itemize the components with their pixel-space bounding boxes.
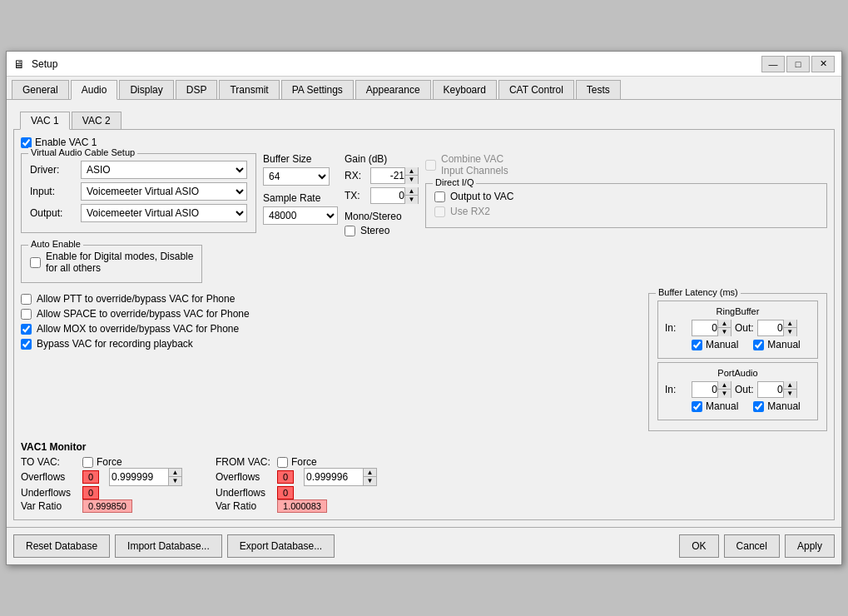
from-vac-var-ratio-row: Var Ratio 1.000083: [216, 499, 377, 513]
tab-appearance[interactable]: Appearance: [355, 80, 431, 99]
pa-in-down[interactable]: ▼: [717, 390, 731, 398]
pa-in-btns: ▲ ▼: [717, 381, 731, 398]
from-vac-ratio-spinner[interactable]: ▲ ▼: [304, 468, 377, 486]
sample-rate-select[interactable]: 48000: [263, 206, 338, 225]
force-to-vac-checkbox[interactable]: [82, 457, 93, 468]
from-vac-underflows-label: Underflows: [216, 487, 274, 499]
force-to-vac-label: Force: [97, 456, 122, 468]
tab-dsp[interactable]: DSP: [176, 80, 218, 99]
tx-spinner-btns: ▲ ▼: [404, 187, 418, 204]
output-select[interactable]: Voicemeeter Virtual ASIO: [81, 204, 247, 222]
allow-mox-row: Allow MOX to override/bypass VAC for Pho…: [21, 323, 642, 335]
to-vac-ratio-down[interactable]: ▼: [168, 477, 181, 485]
pa-in-up[interactable]: ▲: [717, 381, 731, 390]
driver-select[interactable]: ASIO: [81, 161, 247, 179]
output-label: Output:: [30, 207, 76, 219]
tab-audio[interactable]: Audio: [71, 80, 118, 100]
ring-out-manual-checkbox[interactable]: [753, 340, 764, 350]
tab-tests[interactable]: Tests: [576, 80, 621, 99]
buffer-section: Buffer Size 64 Sample Rate 48000: [263, 153, 338, 240]
tab-keyboard[interactable]: Keyboard: [433, 80, 497, 99]
output-to-vac-checkbox[interactable]: [434, 191, 445, 202]
ring-out-input[interactable]: [758, 320, 783, 335]
stereo-checkbox[interactable]: [345, 226, 355, 236]
tx-up-btn[interactable]: ▲: [404, 187, 418, 196]
pa-out-down[interactable]: ▼: [783, 390, 796, 398]
cancel-button[interactable]: Cancel: [724, 534, 780, 558]
rx-down-btn[interactable]: ▼: [404, 176, 418, 184]
to-vac-ratio-btns: ▲ ▼: [168, 469, 181, 485]
to-vac-underflows-value: 0: [82, 486, 99, 499]
sub-tab-vac1[interactable]: VAC 1: [20, 112, 70, 130]
input-select[interactable]: Voicemeeter Virtual ASIO: [81, 182, 247, 201]
to-vac-ratio-up[interactable]: ▲: [168, 469, 181, 477]
ring-in-spinner[interactable]: ▲ ▼: [692, 320, 731, 336]
pa-in-manual-label: Manual: [706, 400, 738, 412]
ring-in-input[interactable]: [692, 320, 717, 335]
pa-out-input[interactable]: [758, 382, 783, 397]
combine-vac-checkbox[interactable]: [425, 160, 436, 171]
allow-space-checkbox[interactable]: [21, 309, 32, 320]
minimize-button[interactable]: —: [761, 56, 785, 72]
ok-button[interactable]: OK: [679, 534, 718, 558]
to-vac-overflows-label: Overflows: [21, 471, 79, 483]
rx-up-btn[interactable]: ▲: [404, 167, 418, 176]
tab-cat-control[interactable]: CAT Control: [498, 80, 574, 99]
output-to-vac-row: Output to VAC: [434, 191, 818, 202]
ring-out-up[interactable]: ▲: [783, 320, 796, 328]
export-database-button[interactable]: Export Database...: [227, 534, 335, 558]
use-rx2-checkbox[interactable]: [434, 206, 445, 217]
allow-ptt-checkbox[interactable]: [21, 294, 32, 305]
direct-iq-box: Direct I/Q Output to VAC Use RX2: [425, 183, 827, 228]
bypass-vac-checkbox[interactable]: [21, 339, 32, 350]
force-from-vac-checkbox[interactable]: [277, 457, 288, 468]
vac1-monitor-area: TO VAC: Force Overflows 0 ▲ ▼: [21, 456, 827, 513]
pa-in-input[interactable]: [692, 382, 717, 397]
tx-input[interactable]: [371, 188, 404, 203]
ring-in-label: In:: [665, 322, 688, 334]
allow-mox-checkbox[interactable]: [21, 324, 32, 335]
rx-spinner[interactable]: ▲ ▼: [370, 167, 419, 184]
close-button[interactable]: ✕: [811, 56, 835, 72]
tab-transmit[interactable]: Transmit: [219, 80, 279, 99]
pa-out-up[interactable]: ▲: [783, 381, 796, 390]
import-database-button[interactable]: Import Database...: [115, 534, 222, 558]
ring-out-down[interactable]: ▼: [783, 328, 796, 336]
from-vac-var-ratio-value: 1.000083: [277, 499, 327, 513]
from-vac-overflows-value: 0: [277, 470, 294, 484]
pa-in-label: In:: [665, 384, 688, 395]
pa-out-label: Out:: [735, 384, 754, 395]
content-area: VAC 1 VAC 2 Enable VAC 1 Virtual Audio C…: [7, 100, 841, 527]
ring-in-up[interactable]: ▲: [717, 320, 731, 328]
stereo-label: Stereo: [360, 225, 389, 236]
tx-spinner[interactable]: ▲ ▼: [370, 187, 419, 204]
enable-vac1-checkbox[interactable]: [21, 137, 32, 148]
sub-tab-vac2[interactable]: VAC 2: [72, 112, 121, 129]
maximize-button[interactable]: □: [786, 56, 810, 72]
pa-out-spinner[interactable]: ▲ ▼: [757, 381, 797, 398]
to-vac-var-ratio-label: Var Ratio: [21, 500, 79, 512]
pa-in-manual-checkbox[interactable]: [692, 401, 702, 412]
from-vac-ratio-input[interactable]: [305, 469, 363, 485]
tx-down-btn[interactable]: ▼: [404, 196, 418, 204]
to-vac-ratio-spinner[interactable]: ▲ ▼: [109, 468, 182, 486]
to-vac-underflows-label: Underflows: [21, 487, 79, 499]
buffer-size-group: Buffer Size 64: [263, 153, 338, 186]
tab-display[interactable]: Display: [119, 80, 173, 99]
ring-in-manual-checkbox[interactable]: [692, 340, 702, 350]
from-vac-ratio-up[interactable]: ▲: [363, 469, 376, 477]
reset-database-button[interactable]: Reset Database: [13, 534, 110, 558]
ring-out-spinner[interactable]: ▲ ▼: [757, 320, 797, 336]
auto-enable-checkbox[interactable]: [30, 257, 41, 268]
apply-button[interactable]: Apply: [785, 534, 835, 558]
buffer-size-select[interactable]: 64: [263, 167, 330, 186]
to-vac-ratio-input[interactable]: [110, 469, 168, 485]
ring-in-down[interactable]: ▼: [717, 328, 731, 336]
from-vac-underflows-value: 0: [277, 486, 294, 499]
from-vac-ratio-down[interactable]: ▼: [363, 477, 376, 485]
rx-input[interactable]: [371, 168, 404, 183]
tab-general[interactable]: General: [12, 80, 69, 99]
pa-out-manual-checkbox[interactable]: [753, 401, 764, 412]
pa-in-spinner[interactable]: ▲ ▼: [692, 381, 731, 398]
tab-pa-settings[interactable]: PA Settings: [281, 80, 354, 99]
